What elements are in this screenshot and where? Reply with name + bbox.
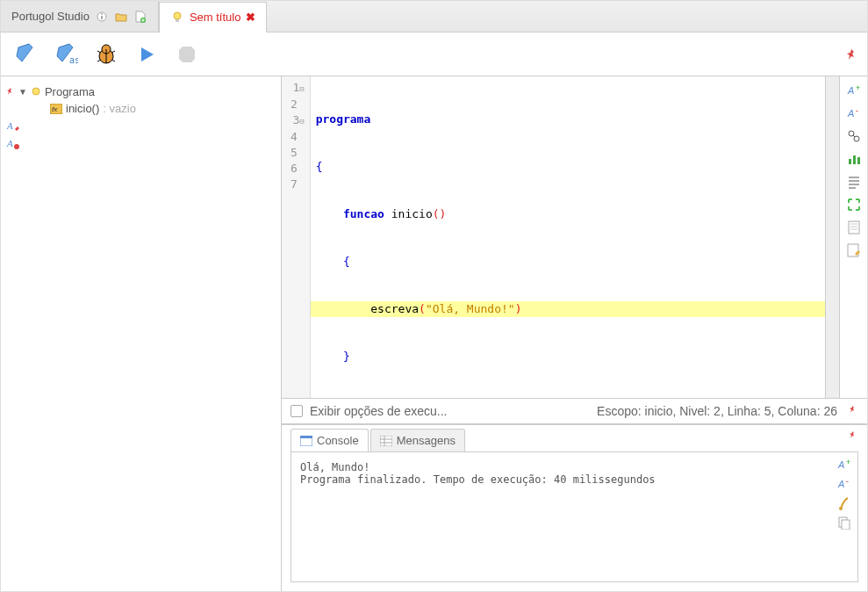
tab-file-label: Sem título xyxy=(190,11,241,24)
exec-options-checkbox[interactable] xyxy=(291,405,303,417)
console-output[interactable]: Olá, Mundo! Programa finalizado. Tempo d… xyxy=(291,452,831,581)
save-as-button[interactable]: as xyxy=(50,39,82,70)
chevron-down-icon[interactable]: ▼ xyxy=(18,87,27,97)
tree-func-type: : vazio xyxy=(103,102,136,115)
svg-rect-24 xyxy=(849,221,859,234)
editor-column: 1⊟ 2 3⊟ 4 5 6 7 programa { funcao inicio… xyxy=(282,76,867,591)
page-icon[interactable] xyxy=(845,219,863,236)
function-icon: fx xyxy=(50,104,62,114)
svg-point-9 xyxy=(32,88,39,95)
console-font-dec-icon[interactable]: A- xyxy=(837,477,851,491)
svg-text:A: A xyxy=(847,108,854,119)
toolbar: as xyxy=(1,32,867,76)
console-side-icons: A+ A- xyxy=(831,452,857,581)
tab-console-label: Console xyxy=(317,434,359,447)
svg-rect-22 xyxy=(853,155,856,164)
indent-icon[interactable] xyxy=(845,173,863,191)
tree-tool-a2[interactable]: A xyxy=(4,134,277,152)
svg-text:A: A xyxy=(6,138,13,148)
chart-icon[interactable] xyxy=(845,150,863,168)
console-icon xyxy=(300,436,312,446)
svg-text:+: + xyxy=(846,458,850,466)
close-icon[interactable]: ✖ xyxy=(246,11,255,24)
run-button[interactable] xyxy=(131,39,162,70)
status-bar: Exibir opções de execu... Escopo: inicio… xyxy=(282,398,867,424)
bulb-icon xyxy=(170,11,184,25)
svg-text:A: A xyxy=(847,85,854,96)
svg-rect-21 xyxy=(849,159,851,164)
svg-text:-: - xyxy=(846,477,849,486)
console-pin-icon[interactable] xyxy=(846,430,858,443)
new-file-icon[interactable] xyxy=(133,10,147,24)
svg-rect-5 xyxy=(176,19,179,22)
pin-small-icon xyxy=(4,87,15,97)
app-window: Portugol Studio Sem título ✖ as xyxy=(0,0,868,592)
svg-point-14 xyxy=(14,144,19,149)
tree-tool-a1[interactable]: A xyxy=(4,117,277,134)
code-editor[interactable]: 1⊟ 2 3⊟ 4 5 6 7 programa { funcao inicio… xyxy=(282,76,825,398)
svg-rect-35 xyxy=(842,520,850,530)
console-font-inc-icon[interactable]: A+ xyxy=(837,458,851,472)
tree-program-label: Programa xyxy=(45,85,95,98)
code-area[interactable]: programa { funcao inicio() { escreva("Ol… xyxy=(311,76,825,398)
svg-rect-27 xyxy=(300,436,312,438)
pin-status-icon[interactable] xyxy=(846,405,858,417)
svg-text:A: A xyxy=(837,479,844,489)
pin-icon[interactable] xyxy=(844,47,858,61)
svg-rect-23 xyxy=(857,157,860,164)
tree-root-row[interactable]: ▼ Programa xyxy=(4,83,277,100)
tree-func-row[interactable]: fx inicio() : vazio xyxy=(4,100,277,117)
console-header: Console Mensagens xyxy=(282,425,867,451)
svg-point-4 xyxy=(174,12,181,19)
info-icon xyxy=(95,10,109,24)
console-body: Olá, Mundo! Programa finalizado. Tempo d… xyxy=(291,451,858,582)
svg-point-33 xyxy=(839,507,843,510)
svg-text:A: A xyxy=(837,459,844,470)
tab-bar: Portugol Studio Sem título ✖ xyxy=(1,1,867,32)
tab-file[interactable]: Sem título ✖ xyxy=(159,2,268,32)
table-icon xyxy=(380,436,392,446)
font-inc-icon[interactable]: A+ xyxy=(845,82,863,99)
tab-console[interactable]: Console xyxy=(291,429,369,451)
tab-messages[interactable]: Mensagens xyxy=(370,429,465,451)
svg-text:A: A xyxy=(6,120,13,131)
font-dec-icon[interactable]: A- xyxy=(845,105,863,122)
bulb-small-icon xyxy=(31,87,41,97)
debug-button[interactable] xyxy=(90,39,122,70)
vertical-scrollbar[interactable] xyxy=(825,76,839,398)
svg-text:fx: fx xyxy=(52,105,58,113)
svg-text:+: + xyxy=(856,83,860,92)
editor-side-toolbar: A+ A- xyxy=(839,76,867,398)
tab-studio[interactable]: Portugol Studio xyxy=(1,1,159,32)
svg-text:as: as xyxy=(69,55,78,65)
tree-func-label: inicio() xyxy=(66,102,99,115)
svg-rect-28 xyxy=(380,436,392,446)
expand-icon[interactable] xyxy=(845,196,863,213)
editor-wrap: 1⊟ 2 3⊟ 4 5 6 7 programa { funcao inicio… xyxy=(282,76,867,398)
main-area: ▼ Programa fx inicio() : vazio A A 1⊟ xyxy=(1,76,867,591)
clear-icon[interactable] xyxy=(837,496,851,510)
outline-tree: ▼ Programa fx inicio() : vazio A A xyxy=(1,76,282,591)
copy-icon[interactable] xyxy=(837,516,851,530)
find-icon[interactable] xyxy=(845,127,863,145)
svg-rect-1 xyxy=(101,16,103,19)
save-button[interactable] xyxy=(10,39,41,70)
exec-options-label: Exibir opções de execu... xyxy=(310,404,447,418)
console-panel: Console Mensagens Olá, Mundo! Programa f… xyxy=(282,424,867,591)
svg-point-2 xyxy=(101,13,103,15)
tab-studio-label: Portugol Studio xyxy=(11,10,90,23)
folder-icon[interactable] xyxy=(114,10,128,24)
edit-icon[interactable] xyxy=(845,242,863,259)
line-gutter: 1⊟ 2 3⊟ 4 5 6 7 xyxy=(282,76,311,398)
stop-button[interactable] xyxy=(171,39,203,70)
tab-messages-label: Mensagens xyxy=(397,434,456,447)
cursor-status: Escopo: inicio, Nivel: 2, Linha: 5, Colu… xyxy=(597,404,837,418)
svg-text:-: - xyxy=(856,106,858,115)
